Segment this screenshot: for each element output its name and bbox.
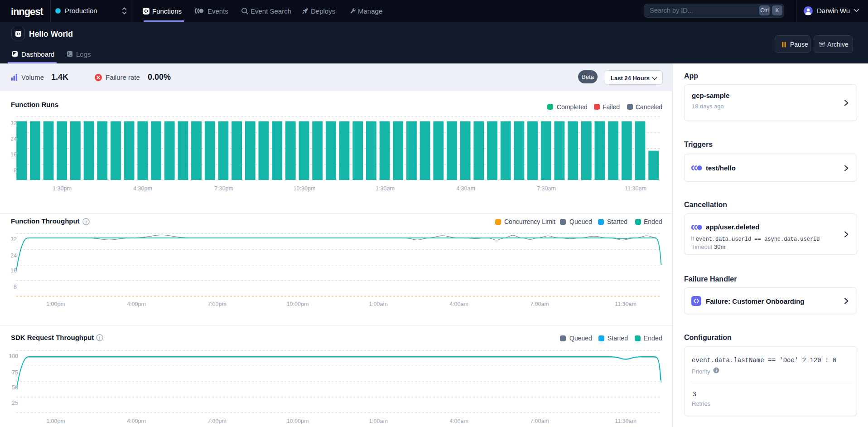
svg-text:4:30am: 4:30am [456, 185, 475, 192]
svg-text:1:00pm: 1:00pm [46, 301, 65, 307]
svg-text:50: 50 [12, 384, 18, 391]
svg-text:4:00am: 4:00am [449, 301, 468, 307]
svg-text:7:30pm: 7:30pm [214, 185, 233, 192]
svg-text:4:00pm: 4:00pm [127, 301, 146, 307]
svg-text:75: 75 [12, 369, 18, 376]
svg-text:1:30pm: 1:30pm [53, 185, 72, 192]
svg-text:16: 16 [10, 151, 17, 158]
svg-text:1:30am: 1:30am [376, 185, 395, 192]
svg-text:4:30pm: 4:30pm [133, 185, 152, 192]
svg-text:25: 25 [12, 400, 18, 406]
svg-text:11:30am: 11:30am [615, 418, 637, 424]
svg-text:24: 24 [10, 252, 17, 259]
svg-text:4:00pm: 4:00pm [127, 418, 146, 424]
svg-text:10:00pm: 10:00pm [287, 418, 309, 424]
svg-text:7:00pm: 7:00pm [207, 301, 227, 307]
svg-text:7:30am: 7:30am [537, 185, 556, 192]
svg-text:7:00am: 7:00am [530, 301, 549, 307]
svg-text:11:30am: 11:30am [615, 301, 637, 307]
svg-text:100: 100 [9, 353, 18, 359]
svg-text:4:00am: 4:00am [449, 418, 468, 424]
svg-text:8: 8 [14, 167, 17, 174]
svg-text:10:30pm: 10:30pm [294, 185, 316, 192]
svg-text:1:00pm: 1:00pm [46, 418, 65, 424]
svg-text:16: 16 [10, 267, 17, 274]
svg-text:7:00pm: 7:00pm [207, 418, 227, 424]
svg-text:24: 24 [10, 136, 17, 142]
svg-text:32: 32 [10, 120, 17, 126]
svg-text:7:00am: 7:00am [530, 418, 549, 424]
svg-text:1:00am: 1:00am [369, 418, 388, 424]
svg-text:10:00pm: 10:00pm [287, 301, 309, 307]
svg-text:11:30am: 11:30am [625, 185, 646, 192]
svg-text:1:00am: 1:00am [369, 301, 388, 307]
svg-text:32: 32 [10, 236, 17, 243]
svg-text:8: 8 [14, 284, 17, 290]
